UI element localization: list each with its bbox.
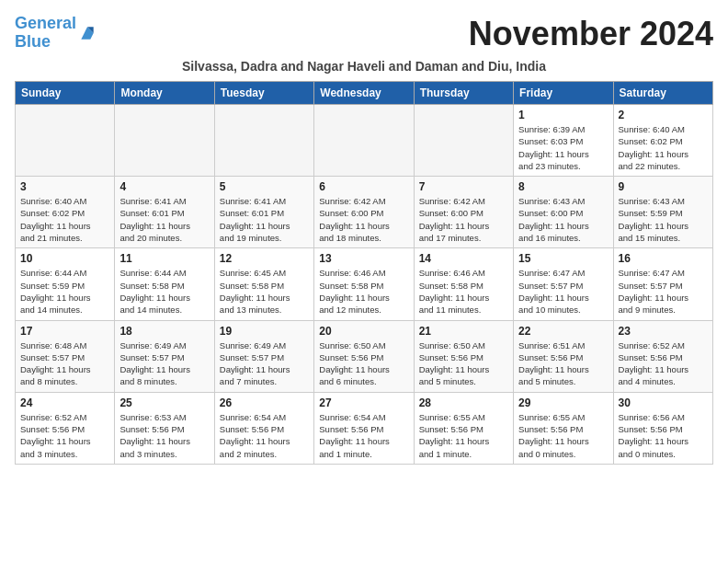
- calendar-cell: 26Sunrise: 6:54 AMSunset: 5:56 PMDayligh…: [214, 392, 313, 464]
- day-info: Sunrise: 6:39 AMSunset: 6:03 PMDaylight:…: [518, 123, 608, 172]
- logo-icon: [78, 24, 97, 42]
- day-number: 27: [319, 396, 408, 409]
- day-info: Sunrise: 6:54 AMSunset: 5:56 PMDaylight:…: [319, 411, 408, 460]
- calendar: SundayMondayTuesdayWednesdayThursdayFrid…: [15, 81, 713, 465]
- calendar-cell: 2Sunrise: 6:40 AMSunset: 6:02 PMDaylight…: [613, 105, 712, 177]
- day-number: 1: [518, 109, 608, 121]
- day-info: Sunrise: 6:52 AMSunset: 5:56 PMDaylight:…: [619, 339, 708, 388]
- day-number: 12: [220, 252, 309, 265]
- day-number: 11: [119, 252, 209, 265]
- calendar-cell: 14Sunrise: 6:46 AMSunset: 5:58 PMDayligh…: [414, 248, 513, 320]
- weekday-header-tuesday: Tuesday: [214, 82, 313, 105]
- day-info: Sunrise: 6:43 AMSunset: 5:59 PMDaylight:…: [619, 195, 708, 244]
- calendar-cell: 18Sunrise: 6:49 AMSunset: 5:57 PMDayligh…: [115, 320, 214, 392]
- calendar-cell: 17Sunrise: 6:48 AMSunset: 5:57 PMDayligh…: [16, 320, 115, 392]
- calendar-cell: 10Sunrise: 6:44 AMSunset: 5:59 PMDayligh…: [16, 248, 115, 320]
- weekday-header-sunday: Sunday: [16, 82, 115, 105]
- day-info: Sunrise: 6:53 AMSunset: 5:56 PMDaylight:…: [119, 411, 209, 460]
- day-number: 21: [419, 325, 508, 338]
- day-number: 24: [20, 396, 109, 409]
- calendar-cell: 6Sunrise: 6:42 AMSunset: 6:00 PMDaylight…: [314, 177, 414, 248]
- day-number: 18: [119, 325, 209, 338]
- day-info: Sunrise: 6:42 AMSunset: 6:00 PMDaylight:…: [419, 195, 508, 244]
- day-info: Sunrise: 6:42 AMSunset: 6:00 PMDaylight:…: [319, 195, 408, 244]
- calendar-cell: [214, 105, 313, 177]
- day-number: 10: [20, 252, 109, 265]
- weekday-header-friday: Friday: [514, 82, 613, 105]
- day-number: 26: [220, 396, 309, 409]
- day-number: 17: [20, 325, 109, 338]
- day-info: Sunrise: 6:45 AMSunset: 5:58 PMDaylight:…: [220, 267, 309, 316]
- day-info: Sunrise: 6:48 AMSunset: 5:57 PMDaylight:…: [20, 339, 109, 388]
- day-number: 23: [619, 325, 708, 338]
- day-number: 9: [619, 180, 708, 193]
- calendar-cell: 16Sunrise: 6:47 AMSunset: 5:57 PMDayligh…: [613, 248, 712, 320]
- day-info: Sunrise: 6:41 AMSunset: 6:01 PMDaylight:…: [220, 195, 309, 244]
- day-info: Sunrise: 6:50 AMSunset: 5:56 PMDaylight:…: [319, 339, 408, 388]
- day-info: Sunrise: 6:54 AMSunset: 5:56 PMDaylight:…: [220, 411, 309, 460]
- calendar-cell: 9Sunrise: 6:43 AMSunset: 5:59 PMDaylight…: [613, 177, 712, 248]
- calendar-cell: 20Sunrise: 6:50 AMSunset: 5:56 PMDayligh…: [314, 320, 414, 392]
- calendar-cell: 22Sunrise: 6:51 AMSunset: 5:56 PMDayligh…: [514, 320, 613, 392]
- day-info: Sunrise: 6:43 AMSunset: 6:00 PMDaylight:…: [518, 195, 608, 244]
- calendar-cell: 7Sunrise: 6:42 AMSunset: 6:00 PMDaylight…: [414, 177, 513, 248]
- weekday-header-saturday: Saturday: [613, 82, 712, 105]
- day-number: 30: [619, 396, 708, 409]
- subtitle: Silvassa, Dadra and Nagar Haveli and Dam…: [15, 59, 713, 74]
- logo: General Blue: [15, 15, 97, 52]
- day-info: Sunrise: 6:49 AMSunset: 5:57 PMDaylight:…: [119, 339, 209, 388]
- day-number: 4: [119, 180, 209, 193]
- day-info: Sunrise: 6:46 AMSunset: 5:58 PMDaylight:…: [419, 267, 508, 316]
- day-info: Sunrise: 6:47 AMSunset: 5:57 PMDaylight:…: [518, 267, 608, 316]
- calendar-cell: [16, 105, 115, 177]
- calendar-cell: 4Sunrise: 6:41 AMSunset: 6:01 PMDaylight…: [115, 177, 214, 248]
- calendar-cell: 13Sunrise: 6:46 AMSunset: 5:58 PMDayligh…: [314, 248, 414, 320]
- day-number: 15: [518, 252, 608, 265]
- calendar-cell: 25Sunrise: 6:53 AMSunset: 5:56 PMDayligh…: [115, 392, 214, 464]
- calendar-cell: [414, 105, 513, 177]
- calendar-cell: 24Sunrise: 6:52 AMSunset: 5:56 PMDayligh…: [16, 392, 115, 464]
- day-number: 22: [518, 325, 608, 338]
- day-number: 2: [619, 109, 708, 121]
- weekday-header-monday: Monday: [115, 82, 214, 105]
- calendar-cell: 29Sunrise: 6:55 AMSunset: 5:56 PMDayligh…: [514, 392, 613, 464]
- day-info: Sunrise: 6:51 AMSunset: 5:56 PMDaylight:…: [518, 339, 608, 388]
- title-section: November 2024: [469, 15, 713, 53]
- calendar-cell: 27Sunrise: 6:54 AMSunset: 5:56 PMDayligh…: [314, 392, 414, 464]
- day-number: 13: [319, 252, 408, 265]
- day-info: Sunrise: 6:55 AMSunset: 5:56 PMDaylight:…: [419, 411, 508, 460]
- calendar-cell: [115, 105, 214, 177]
- day-info: Sunrise: 6:40 AMSunset: 6:02 PMDaylight:…: [20, 195, 109, 244]
- day-info: Sunrise: 6:40 AMSunset: 6:02 PMDaylight:…: [619, 123, 708, 172]
- day-number: 25: [119, 396, 209, 409]
- calendar-cell: 21Sunrise: 6:50 AMSunset: 5:56 PMDayligh…: [414, 320, 513, 392]
- logo-text: General Blue: [15, 15, 76, 52]
- day-info: Sunrise: 6:52 AMSunset: 5:56 PMDaylight:…: [20, 411, 109, 460]
- day-info: Sunrise: 6:47 AMSunset: 5:57 PMDaylight:…: [619, 267, 708, 316]
- calendar-cell: 28Sunrise: 6:55 AMSunset: 5:56 PMDayligh…: [414, 392, 513, 464]
- day-number: 6: [319, 180, 408, 193]
- calendar-cell: 3Sunrise: 6:40 AMSunset: 6:02 PMDaylight…: [16, 177, 115, 248]
- day-number: 29: [518, 396, 608, 409]
- day-info: Sunrise: 6:50 AMSunset: 5:56 PMDaylight:…: [419, 339, 508, 388]
- calendar-cell: 8Sunrise: 6:43 AMSunset: 6:00 PMDaylight…: [514, 177, 613, 248]
- weekday-header-wednesday: Wednesday: [314, 82, 414, 105]
- day-number: 20: [319, 325, 408, 338]
- day-info: Sunrise: 6:49 AMSunset: 5:57 PMDaylight:…: [220, 339, 309, 388]
- day-number: 19: [220, 325, 309, 338]
- day-number: 14: [419, 252, 508, 265]
- day-number: 8: [518, 180, 608, 193]
- calendar-cell: 19Sunrise: 6:49 AMSunset: 5:57 PMDayligh…: [214, 320, 313, 392]
- calendar-cell: 1Sunrise: 6:39 AMSunset: 6:03 PMDaylight…: [514, 105, 613, 177]
- month-title: November 2024: [469, 15, 713, 53]
- day-number: 28: [419, 396, 508, 409]
- day-number: 5: [220, 180, 309, 193]
- day-info: Sunrise: 6:56 AMSunset: 5:56 PMDaylight:…: [619, 411, 708, 460]
- day-info: Sunrise: 6:44 AMSunset: 5:58 PMDaylight:…: [119, 267, 209, 316]
- calendar-cell: 5Sunrise: 6:41 AMSunset: 6:01 PMDaylight…: [214, 177, 313, 248]
- calendar-cell: 12Sunrise: 6:45 AMSunset: 5:58 PMDayligh…: [214, 248, 313, 320]
- calendar-cell: 11Sunrise: 6:44 AMSunset: 5:58 PMDayligh…: [115, 248, 214, 320]
- day-info: Sunrise: 6:55 AMSunset: 5:56 PMDaylight:…: [518, 411, 608, 460]
- calendar-cell: [314, 105, 414, 177]
- day-number: 16: [619, 252, 708, 265]
